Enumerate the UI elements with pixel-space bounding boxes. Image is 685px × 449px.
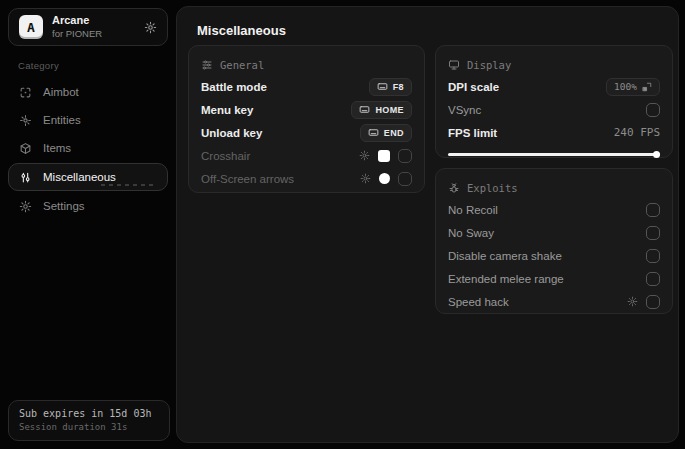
speed-hack-checkbox[interactable] xyxy=(646,295,660,309)
display-card: Display DPI scale 100% VSync FPS limit 2… xyxy=(435,45,673,158)
offscreen-arrows-config-gear-icon[interactable] xyxy=(360,173,371,184)
general-card: General Battle mode F8 Menu key HOME xyxy=(188,45,425,193)
aimbot-icon xyxy=(19,86,33,99)
disable-camera-shake-row: Disable camera shake xyxy=(448,244,660,267)
battle-mode-keybind[interactable]: F8 xyxy=(369,78,412,96)
fps-limit-label: FPS limit xyxy=(448,127,497,139)
crosshair-checkbox[interactable] xyxy=(398,149,412,163)
offscreen-arrows-label: Off-Screen arrows xyxy=(201,173,294,185)
battle-mode-label: Battle mode xyxy=(201,81,267,93)
app-settings-icon[interactable] xyxy=(144,21,157,34)
page-title: Miscellaneous xyxy=(197,23,286,38)
crosshair-color-swatch[interactable] xyxy=(378,150,390,162)
no-sway-checkbox[interactable] xyxy=(646,226,660,240)
no-sway-label: No Sway xyxy=(448,227,494,239)
crosshair-config-gear-icon[interactable] xyxy=(359,150,370,161)
sidebar-item-items[interactable]: Items xyxy=(8,135,168,161)
unload-key-keybind[interactable]: END xyxy=(360,124,412,142)
exploits-header-icon xyxy=(448,182,460,194)
no-recoil-row: No Recoil xyxy=(448,198,660,221)
sidebar: A Arcane for PIONER Category Aimbot xyxy=(0,0,176,449)
dpi-scale-select[interactable]: 100% xyxy=(606,78,660,96)
disable-camera-shake-checkbox[interactable] xyxy=(646,249,660,263)
miscellaneous-icon xyxy=(19,171,33,184)
sidebar-item-label: Entities xyxy=(43,114,81,126)
no-recoil-label: No Recoil xyxy=(448,204,498,216)
vsync-label: VSync xyxy=(448,104,481,116)
fps-limit-slider[interactable] xyxy=(448,151,660,158)
main-panel: Miscellaneous General Battle mode F8 M xyxy=(176,6,679,443)
menu-key-keybind[interactable]: HOME xyxy=(351,101,412,119)
display-card-title: Display xyxy=(467,59,511,71)
unload-key-label: Unload key xyxy=(201,127,262,139)
offscreen-arrows-checkbox[interactable] xyxy=(398,172,412,186)
sidebar-item-label: Items xyxy=(43,142,71,154)
general-header-icon xyxy=(201,59,213,71)
general-card-title: General xyxy=(220,59,264,71)
sidebar-item-aimbot[interactable]: Aimbot xyxy=(8,79,168,105)
subscription-status-card: Sub expires in 15d 03h Session duration … xyxy=(8,400,170,441)
fps-limit-row: FPS limit 240 FPS xyxy=(448,121,660,144)
fps-limit-value: 240 FPS xyxy=(614,126,660,139)
dpi-scale-label: DPI scale xyxy=(448,81,499,93)
keyboard-icon xyxy=(377,81,388,92)
menu-key-label: Menu key xyxy=(201,104,253,116)
menu-key-row: Menu key HOME xyxy=(201,98,412,121)
exploits-card: Exploits No Recoil No Sway Disable camer… xyxy=(435,168,673,314)
session-duration-text: Session duration 31s xyxy=(19,422,159,432)
sidebar-item-settings[interactable]: Settings xyxy=(8,193,168,219)
keyboard-icon xyxy=(368,127,379,138)
crosshair-row: Crosshair xyxy=(201,144,412,167)
extended-melee-range-row: Extended melee range xyxy=(448,267,660,290)
sidebar-item-miscellaneous[interactable]: Miscellaneous xyxy=(8,163,168,191)
unload-key-row: Unload key END xyxy=(201,121,412,144)
display-header-icon xyxy=(448,59,460,71)
app-logo: A xyxy=(19,15,43,39)
items-icon xyxy=(19,142,33,155)
settings-icon xyxy=(19,200,33,213)
vsync-checkbox[interactable] xyxy=(646,103,660,117)
extended-melee-range-checkbox[interactable] xyxy=(646,272,660,286)
sidebar-item-label: Miscellaneous xyxy=(43,171,116,183)
app-name: Arcane xyxy=(52,14,135,28)
no-recoil-checkbox[interactable] xyxy=(646,203,660,217)
sidebar-item-label: Aimbot xyxy=(43,86,79,98)
offscreen-arrows-color-swatch[interactable] xyxy=(379,173,390,184)
keyboard-icon xyxy=(359,104,370,115)
dpi-scale-row: DPI scale 100% xyxy=(448,75,660,98)
battle-mode-row: Battle mode F8 xyxy=(201,75,412,98)
speed-hack-label: Speed hack xyxy=(448,296,509,308)
active-item-dashes xyxy=(101,184,157,186)
sidebar-nav: Aimbot Entities Items Miscellaneous xyxy=(8,79,168,219)
vsync-row: VSync xyxy=(448,98,660,121)
sidebar-item-entities[interactable]: Entities xyxy=(8,107,168,133)
app-subtitle: for PIONER xyxy=(52,28,135,40)
app-window: A Arcane for PIONER Category Aimbot xyxy=(0,0,685,449)
extended-melee-range-label: Extended melee range xyxy=(448,273,564,285)
no-sway-row: No Sway xyxy=(448,221,660,244)
exploits-card-title: Exploits xyxy=(467,182,518,194)
category-label: Category xyxy=(18,60,168,71)
scale-icon xyxy=(642,82,652,92)
app-header-card: A Arcane for PIONER xyxy=(8,8,168,46)
sidebar-item-label: Settings xyxy=(43,200,85,212)
slider-thumb[interactable] xyxy=(653,151,660,158)
speed-hack-row: Speed hack xyxy=(448,290,660,313)
sub-expires-text: Sub expires in 15d 03h xyxy=(19,408,159,419)
crosshair-label: Crosshair xyxy=(201,150,250,162)
entities-icon xyxy=(19,114,33,127)
offscreen-arrows-row: Off-Screen arrows xyxy=(201,167,412,190)
disable-camera-shake-label: Disable camera shake xyxy=(448,250,562,262)
speed-hack-config-gear-icon[interactable] xyxy=(627,296,638,307)
